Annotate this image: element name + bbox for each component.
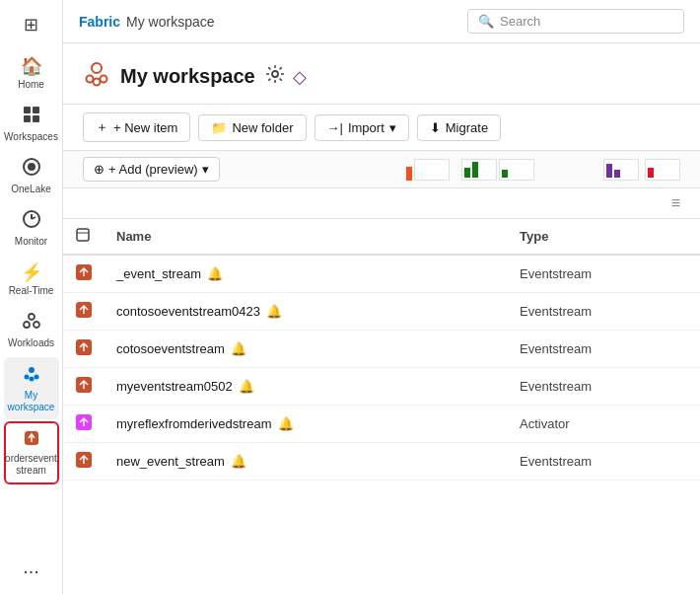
svg-point-16 — [87, 76, 94, 83]
page-header: My workspace ◇ — [63, 43, 700, 105]
col-icon-header — [63, 219, 105, 255]
sidebar-item-workloads-label: Workloads — [8, 337, 54, 349]
resize-handle[interactable]: ≡ — [671, 194, 680, 212]
more-options[interactable]: ··· — [23, 559, 39, 582]
table-row[interactable]: myeventstream0502 🔔 Eventstream — [63, 368, 700, 406]
sidebar-item-workloads[interactable]: Workloads — [4, 305, 59, 355]
svg-point-11 — [24, 375, 29, 380]
brand-label: Fabric — [79, 14, 120, 30]
row-type-cell: Eventstream — [508, 443, 700, 481]
item-name-text: new_event_stream — [116, 454, 225, 469]
search-placeholder: Search — [500, 14, 540, 29]
sidebar: ⊞ 🏠 Home Workspaces OneLake — [0, 0, 63, 594]
svg-point-17 — [94, 79, 101, 86]
workloads-icon — [22, 311, 41, 335]
orderseventstream-icon — [23, 429, 40, 451]
migrate-button[interactable]: ⬇ Migrate — [417, 114, 501, 141]
page-badges: ◇ — [265, 64, 307, 89]
sidebar-item-realtime-label: Real-Time — [9, 285, 54, 297]
search-icon: 🔍 — [478, 14, 494, 29]
main-content: My workspace ◇ ＋ + New item 📁 New folder… — [63, 43, 700, 594]
realtime-icon: ⚡ — [21, 261, 42, 283]
items-table-area: Name Type _event_stream 🔔 Eventstream — [63, 219, 700, 594]
row-icon-cell — [63, 255, 105, 293]
row-icon-cell — [63, 406, 105, 443]
row-icon-cell — [63, 368, 105, 406]
col-name-header[interactable]: Name — [105, 219, 508, 255]
sidebar-item-onelake[interactable]: OneLake — [4, 151, 59, 201]
row-icon-cell — [63, 331, 105, 368]
add-preview-button[interactable]: ⊕ + Add (preview) ▾ — [83, 157, 220, 182]
divider-row: ≡ — [63, 188, 700, 219]
import-icon: →| — [327, 120, 343, 135]
sidebar-item-myworkspace-label: Myworkspace — [8, 390, 55, 413]
onelake-icon — [22, 157, 41, 182]
home-icon: 🏠 — [21, 55, 42, 77]
table-row[interactable]: new_event_stream 🔔 Eventstream — [63, 443, 700, 481]
item-alert-icon: 🔔 — [231, 341, 246, 356]
item-name-text: contosoeventstream0423 — [116, 304, 260, 319]
item-alert-icon: 🔔 — [231, 454, 246, 469]
preview-bar: ⊕ + Add (preview) ▾ — [63, 151, 700, 188]
new-item-button[interactable]: ＋ + New item — [83, 112, 190, 142]
svg-point-10 — [29, 367, 35, 373]
row-name-cell: myreflexfromderivedstream 🔔 — [105, 406, 508, 443]
item-alert-icon: 🔔 — [278, 416, 294, 431]
migrate-icon: ⬇ — [430, 120, 441, 135]
row-icon-cell — [63, 443, 105, 481]
svg-point-18 — [101, 76, 107, 83]
search-box[interactable]: 🔍 Search — [467, 9, 684, 34]
item-name-text: myeventstream0502 — [116, 379, 233, 394]
item-name-text: cotosoeventstream — [116, 341, 225, 356]
svg-point-7 — [29, 314, 35, 320]
import-chevron: ▾ — [389, 120, 396, 135]
sidebar-item-orderseventstream[interactable]: ordersevent stream — [4, 421, 59, 484]
topbar: Fabric My workspace 🔍 Search — [63, 0, 700, 43]
svg-point-12 — [29, 377, 34, 382]
svg-point-8 — [24, 322, 30, 328]
table-row[interactable]: cotosoeventstream 🔔 Eventstream — [63, 331, 700, 368]
preview-chevron: ▾ — [202, 162, 209, 177]
diamond-badge: ◇ — [293, 66, 307, 88]
sidebar-item-myworkspace[interactable]: Myworkspace — [4, 357, 59, 419]
new-folder-button[interactable]: 📁 New folder — [198, 114, 306, 141]
svg-point-5 — [28, 163, 35, 171]
row-name-cell: myeventstream0502 🔔 — [105, 368, 508, 406]
row-name-cell: contosoeventstream0423 🔔 — [105, 293, 508, 331]
svg-point-9 — [34, 322, 39, 328]
add-preview-label: + Add (preview) — [108, 162, 198, 177]
toolbar: ＋ + New item 📁 New folder →| Import ▾ ⬇ … — [63, 105, 700, 151]
add-preview-icon: ⊕ — [94, 162, 105, 177]
settings-badge[interactable] — [265, 64, 285, 89]
myworkspace-icon — [22, 363, 41, 388]
sidebar-item-workspaces[interactable]: Workspaces — [4, 99, 59, 149]
page-title: My workspace — [120, 65, 255, 88]
item-alert-icon: 🔔 — [266, 304, 282, 319]
workspaces-icon — [22, 105, 41, 129]
sidebar-item-home[interactable]: 🏠 Home — [4, 49, 59, 97]
sidebar-item-home-label: Home — [18, 79, 44, 91]
monitor-icon — [22, 209, 41, 234]
row-icon-cell — [63, 293, 105, 331]
table-row[interactable]: contosoeventstream0423 🔔 Eventstream — [63, 293, 700, 331]
item-name-text: _event_stream — [116, 266, 201, 281]
sidebar-item-onelake-label: OneLake — [11, 184, 51, 195]
grid-icon[interactable]: ⊞ — [18, 8, 44, 41]
svg-rect-1 — [33, 107, 39, 113]
folder-icon: 📁 — [211, 120, 227, 135]
sidebar-item-monitor[interactable]: Monitor — [4, 203, 59, 254]
svg-point-13 — [34, 375, 38, 380]
sidebar-item-workspaces-label: Workspaces — [4, 131, 58, 143]
sidebar-item-realtime[interactable]: ⚡ Real-Time — [4, 256, 59, 303]
breadcrumb-label[interactable]: My workspace — [126, 14, 214, 30]
sidebar-item-orderseventstream-label: ordersevent stream — [5, 453, 57, 477]
table-row[interactable]: myreflexfromderivedstream 🔔 Activator — [63, 406, 700, 443]
svg-point-15 — [92, 63, 102, 73]
col-type-header[interactable]: Type — [508, 219, 700, 255]
svg-rect-3 — [33, 115, 39, 122]
import-button[interactable]: →| Import ▾ — [315, 114, 409, 141]
table-row[interactable]: _event_stream 🔔 Eventstream — [63, 255, 700, 293]
row-name-cell: cotosoeventstream 🔔 — [105, 331, 508, 368]
row-type-cell: Activator — [508, 406, 700, 443]
new-item-icon: ＋ — [96, 118, 108, 136]
